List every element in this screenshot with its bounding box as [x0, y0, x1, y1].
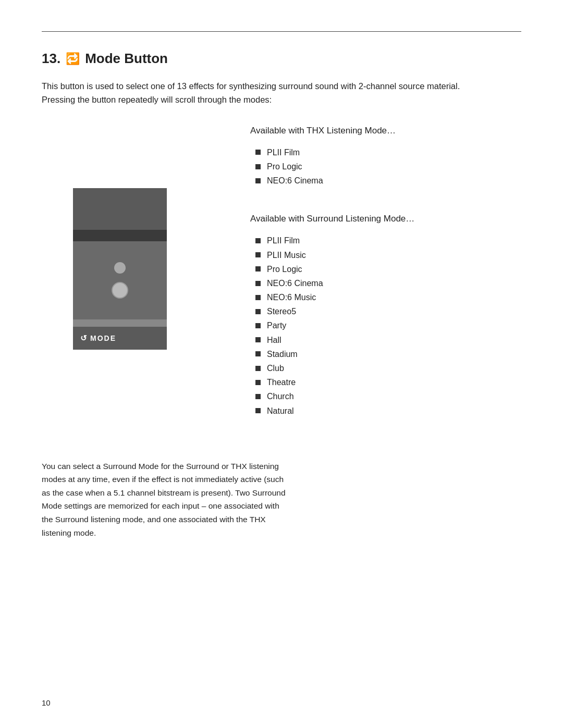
- surround-item-church: Church: [267, 389, 294, 403]
- bullet-icon: [255, 309, 261, 314]
- bullet-icon: [255, 408, 261, 413]
- surround-item-5: NEO:6 Music: [267, 290, 316, 304]
- device-label-area: ↺ MODE: [73, 327, 167, 350]
- surround-item-party: Party: [267, 318, 286, 332]
- list-item: Stadium: [255, 347, 521, 361]
- right-panel: Available with THX Listening Mode… PLII …: [240, 126, 521, 428]
- bullet-icon: [255, 380, 261, 385]
- list-item: NEO:6 Cinema: [255, 276, 521, 290]
- list-item: Party: [255, 318, 521, 332]
- device-bottom-band: [73, 319, 167, 327]
- section-title: 13. 🔁 Mode Button: [42, 51, 521, 67]
- thx-section: Available with THX Listening Mode… PLII …: [250, 126, 521, 188]
- bullet-icon: [255, 337, 261, 342]
- surround-item-9: Stadium: [267, 347, 298, 361]
- device-top: [73, 188, 167, 230]
- list-item: Church: [255, 389, 521, 403]
- surround-item-10: Club: [267, 361, 284, 375]
- bullet-icon: [255, 164, 261, 169]
- section-number: 13.: [42, 51, 60, 67]
- bullet-icon: [255, 238, 261, 243]
- surround-section: Available with Surround Listening Mode… …: [250, 214, 521, 417]
- section-title-text: Mode Button: [85, 51, 168, 67]
- mode-icon: 🔁: [66, 52, 80, 66]
- list-item: Natural: [255, 404, 521, 418]
- surround-item-3: Pro Logic: [267, 262, 302, 276]
- footer-text: You can select a Surround Mode for the S…: [42, 460, 292, 539]
- surround-item-1: PLII Film: [267, 233, 300, 248]
- device-dark-band: [73, 230, 167, 241]
- list-item: Theatre: [255, 375, 521, 389]
- surround-item-13: Natural: [267, 404, 294, 418]
- list-item: PLII Music: [255, 248, 521, 262]
- top-rule: [42, 31, 521, 32]
- left-panel: ↺ MODE: [42, 126, 240, 428]
- page-number: 10: [42, 698, 51, 707]
- device-image: ↺ MODE: [73, 188, 167, 350]
- device-dot-large: [112, 282, 128, 299]
- list-item: NEO:6 Music: [255, 290, 521, 304]
- bullet-icon: [255, 351, 261, 356]
- device-dot-small: [114, 262, 126, 274]
- bullet-icon: [255, 366, 261, 371]
- bullet-icon: [255, 394, 261, 399]
- content-area: ↺ MODE Available with THX Listening Mode…: [42, 126, 521, 428]
- list-item: Pro Logic: [255, 262, 521, 276]
- page: 13. 🔁 Mode Button This button is used to…: [0, 0, 563, 728]
- surround-item-theatre: Theatre: [267, 375, 296, 389]
- list-item: Club: [255, 361, 521, 375]
- thx-item-2: Pro Logic: [267, 159, 302, 174]
- bullet-icon: [255, 323, 261, 328]
- list-item: Hall: [255, 333, 521, 347]
- intro-text: This button is used to select one of 13 …: [42, 79, 490, 107]
- list-item: PLII Film: [255, 145, 521, 159]
- thx-heading: Available with THX Listening Mode…: [250, 126, 521, 136]
- list-item: NEO:6 Cinema: [255, 174, 521, 188]
- list-item: Pro Logic: [255, 159, 521, 174]
- bullet-icon: [255, 266, 261, 272]
- surround-item-8: Hall: [267, 333, 282, 347]
- surround-list: PLII Film PLII Music Pro Logic NEO:6 Cin…: [255, 233, 521, 417]
- bullet-icon: [255, 295, 261, 300]
- bullet-icon: [255, 178, 261, 183]
- device-label-icon: ↺: [80, 334, 87, 343]
- thx-item-3: NEO:6 Cinema: [267, 174, 323, 188]
- surround-item-6: Stereo5: [267, 304, 296, 318]
- list-item: Stereo5: [255, 304, 521, 318]
- bullet-icon: [255, 150, 261, 155]
- thx-item-1: PLII Film: [267, 145, 300, 159]
- surround-item-2: PLII Music: [267, 248, 306, 262]
- bullet-icon: [255, 252, 261, 257]
- device-middle: [73, 241, 167, 319]
- surround-heading: Available with Surround Listening Mode…: [250, 214, 521, 224]
- thx-list: PLII Film Pro Logic NEO:6 Cinema: [255, 145, 521, 188]
- bullet-icon: [255, 281, 261, 286]
- surround-item-4: NEO:6 Cinema: [267, 276, 323, 290]
- device-label-text: MODE: [90, 334, 116, 342]
- list-item: PLII Film: [255, 233, 521, 248]
